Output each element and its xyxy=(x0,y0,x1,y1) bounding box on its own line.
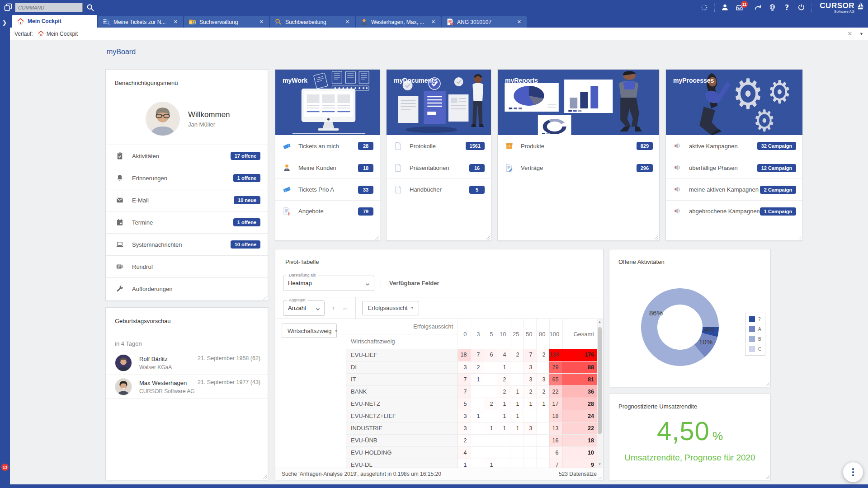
value-cell[interactable] xyxy=(484,361,497,373)
user-icon[interactable] xyxy=(721,3,729,12)
value-cell[interactable] xyxy=(471,434,484,446)
table-row[interactable]: EVU-ÜNB21618 xyxy=(346,434,598,446)
value-cell[interactable]: 22 xyxy=(549,385,562,398)
swap-axes-icon[interactable]: ↔ xyxy=(342,305,348,311)
value-cell[interactable]: 2 xyxy=(458,434,471,446)
value-cell[interactable]: 3 xyxy=(523,361,536,373)
value-cell[interactable]: 1 xyxy=(497,410,510,422)
value-cell[interactable] xyxy=(536,422,549,434)
list-item[interactable]: Rolf Bärlitz Walser KGaA 21. September 1… xyxy=(106,351,268,375)
table-row[interactable]: INDUSTRIE311131322 xyxy=(346,422,598,434)
tab[interactable]: Meine Tickets zur N... ✕ xyxy=(98,16,183,28)
value-cell[interactable] xyxy=(497,446,510,459)
value-cell[interactable] xyxy=(471,446,484,459)
resize-handle[interactable] xyxy=(486,235,490,239)
value-cell[interactable]: 1 xyxy=(484,459,497,468)
value-cell[interactable]: 81 xyxy=(562,373,598,385)
value-cell[interactable] xyxy=(523,459,536,468)
globe-icon[interactable] xyxy=(768,3,777,12)
value-cell[interactable]: 6 xyxy=(484,349,497,361)
resize-handle[interactable] xyxy=(374,235,379,239)
value-cell[interactable]: 7 xyxy=(458,385,471,398)
card-row[interactable]: Tickets Prio A33 xyxy=(275,178,380,200)
value-cell[interactable]: 1 xyxy=(471,373,484,385)
card-row[interactable]: Protokolle1561 xyxy=(387,135,491,157)
value-cell[interactable]: 3 xyxy=(458,410,471,422)
value-cell[interactable] xyxy=(471,385,484,398)
list-item[interactable]: Aufforderungen xyxy=(106,277,268,300)
value-cell[interactable]: 3 xyxy=(536,373,549,385)
value-cell[interactable]: 1 xyxy=(458,459,471,468)
value-cell[interactable]: 3 xyxy=(458,361,471,373)
value-cell[interactable] xyxy=(484,434,497,446)
value-cell[interactable] xyxy=(536,446,549,459)
rail-notification-badge[interactable]: 13 xyxy=(1,464,9,471)
close-icon[interactable]: ✕ xyxy=(847,30,852,37)
value-cell[interactable]: 22 xyxy=(562,422,598,434)
value-cell[interactable]: 36 xyxy=(562,385,598,398)
value-cell[interactable] xyxy=(510,459,523,468)
value-cell[interactable]: 1 xyxy=(497,398,510,410)
value-cell[interactable]: 18 xyxy=(458,349,471,361)
value-cell[interactable] xyxy=(510,446,523,459)
chevron-down-icon[interactable]: ▼ xyxy=(859,32,863,36)
value-cell[interactable] xyxy=(523,446,536,459)
value-cell[interactable]: 1 xyxy=(523,398,536,410)
value-cell[interactable]: 1 xyxy=(497,422,510,434)
value-cell[interactable] xyxy=(523,410,536,422)
card-row[interactable]: Tickets an mich28 xyxy=(275,135,380,157)
power-icon[interactable] xyxy=(797,3,806,12)
legend-item[interactable]: C xyxy=(749,346,761,352)
value-cell[interactable] xyxy=(471,422,484,434)
resize-handle[interactable] xyxy=(654,235,658,239)
table-row[interactable]: EVU-NETZ5211111728 xyxy=(346,398,598,410)
legend-item[interactable]: A xyxy=(749,326,761,332)
value-cell[interactable] xyxy=(536,459,549,468)
column-header[interactable]: 3 xyxy=(471,319,484,349)
value-cell[interactable]: 79 xyxy=(549,361,562,373)
scrollbar-thumb[interactable] xyxy=(598,327,602,434)
scroll-down-icon[interactable]: ▼ xyxy=(597,461,603,468)
available-fields-link[interactable]: Verfügbare Felder xyxy=(389,280,439,286)
column-header[interactable]: 5 xyxy=(484,319,497,349)
value-cell[interactable]: 17 xyxy=(549,398,562,410)
list-item[interactable]: Termine 1 offene xyxy=(106,211,268,233)
tab[interactable]: ANG 3010107 ✕ xyxy=(442,16,527,28)
value-cell[interactable]: 3 xyxy=(523,422,536,434)
list-item[interactable]: Aktivitäten 17 offene xyxy=(106,145,268,167)
value-cell[interactable] xyxy=(536,361,549,373)
value-cell[interactable]: 5 xyxy=(458,398,471,410)
value-cell[interactable]: 13 xyxy=(549,422,562,434)
value-cell[interactable]: 7 xyxy=(471,349,484,361)
sync-icon[interactable] xyxy=(700,3,708,12)
redo-icon[interactable] xyxy=(754,3,762,12)
value-cell[interactable]: 2 xyxy=(510,349,523,361)
help-icon[interactable]: ? xyxy=(783,3,791,12)
value-cell[interactable] xyxy=(471,459,484,468)
column-header[interactable]: 100 xyxy=(549,319,562,349)
card-row[interactable]: Angebote79 xyxy=(275,200,380,222)
value-cell[interactable]: 16 xyxy=(549,434,562,446)
tab-close-icon[interactable]: ✕ xyxy=(344,18,350,26)
value-cell[interactable]: 9 xyxy=(562,459,598,468)
resize-handle[interactable] xyxy=(262,474,267,479)
value-cell[interactable]: 130 xyxy=(549,349,562,361)
value-cell[interactable] xyxy=(497,459,510,468)
value-cell[interactable]: 1 xyxy=(471,410,484,422)
card-row[interactable]: Handbücher5 xyxy=(387,178,491,200)
value-cell[interactable] xyxy=(484,385,497,398)
list-item[interactable]: Erinnerungen 1 offene xyxy=(106,167,268,189)
value-cell[interactable] xyxy=(471,398,484,410)
vertical-scrollbar[interactable]: ▲ ▼ xyxy=(597,319,603,468)
value-cell[interactable]: 176 xyxy=(562,349,598,361)
column-header[interactable]: Gesamt xyxy=(562,319,598,349)
tab[interactable]: Suchbearbeitung ✕ xyxy=(270,16,355,28)
card-row[interactable]: meine aktiven Kampagnen2 Campaign xyxy=(666,178,802,200)
value-cell[interactable]: 65 xyxy=(549,373,562,385)
expand-sidebar-icon[interactable]: ❯ xyxy=(2,19,7,26)
value-cell[interactable]: 2 xyxy=(536,385,549,398)
value-cell[interactable]: 18 xyxy=(562,434,598,446)
resize-handle[interactable] xyxy=(765,381,769,386)
tab[interactable]: Mein Cockpit xyxy=(12,15,97,28)
value-cell[interactable]: 7 xyxy=(523,349,536,361)
